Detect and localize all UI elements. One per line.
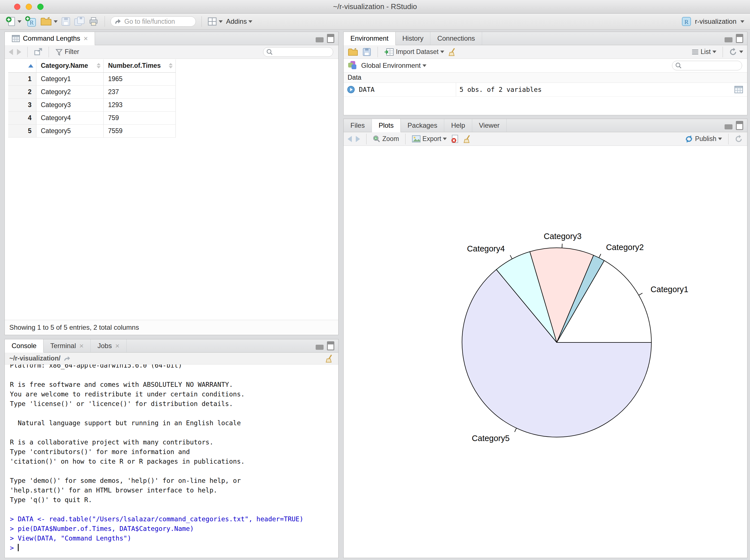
close-icon[interactable]: × <box>84 35 88 42</box>
minimize-pane-icon[interactable] <box>725 37 732 42</box>
minimize-pane-icon[interactable] <box>316 345 323 350</box>
tab-console[interactable]: Console <box>5 339 43 353</box>
console-output-line: 'help.start()' for an HTML browser inter… <box>10 485 333 495</box>
data-viewer-search-input[interactable] <box>275 48 330 56</box>
expand-object-play-icon[interactable] <box>347 86 355 94</box>
tab-viewer[interactable]: Viewer <box>472 119 507 132</box>
table-row[interactable]: 5Category57559 <box>8 124 176 137</box>
environment-object-row[interactable]: DATA 5 obs. of 2 variables <box>343 83 747 97</box>
tab-label: Plots <box>379 121 394 129</box>
console-output[interactable]: Platform: x86_64-apple-darwin15.6.0 (64-… <box>5 364 338 558</box>
tab-files[interactable]: Files <box>343 119 372 132</box>
chevron-down-icon <box>219 20 223 23</box>
global-environment-cubes-icon <box>348 60 358 71</box>
close-icon[interactable]: × <box>79 342 84 349</box>
window-title: ~/r-visualization - RStudio <box>333 2 417 11</box>
previous-plot-icon[interactable] <box>348 136 352 142</box>
toolbar-separator <box>48 47 49 57</box>
close-icon[interactable]: × <box>115 342 120 349</box>
tab-history[interactable]: History <box>396 32 431 45</box>
scope-label: Global Environment <box>361 62 421 69</box>
save-button[interactable] <box>61 17 71 26</box>
table-cell: 7559 <box>103 124 176 137</box>
row-number-cell: 2 <box>8 85 36 98</box>
new-file-button[interactable] <box>6 16 21 27</box>
console-path-bar: ~/r-visualization/ <box>5 353 338 364</box>
pane-window-buttons <box>316 339 338 352</box>
row-number-header[interactable] <box>8 59 36 72</box>
popout-arrow-icon[interactable] <box>63 356 71 362</box>
import-dataset-button[interactable]: Import Dataset <box>384 47 444 57</box>
pane-layout-button[interactable] <box>208 17 223 26</box>
column-header-category-name[interactable]: Category.Name <box>36 59 103 72</box>
environment-scope-selector[interactable]: Global Environment <box>361 62 427 69</box>
section-label: Data <box>348 74 361 81</box>
minimize-pane-icon[interactable] <box>725 124 732 129</box>
remove-plot-icon[interactable] <box>451 135 459 143</box>
close-window-button[interactable] <box>14 4 20 10</box>
maximize-pane-icon[interactable] <box>736 34 743 43</box>
new-project-button[interactable]: R <box>25 16 37 27</box>
refresh-plot-icon[interactable] <box>735 135 743 143</box>
rstudio-window: { "window": { "title": "~/r-visualizatio… <box>0 0 750 560</box>
table-cell: 237 <box>103 85 176 98</box>
tab-packages[interactable]: Packages <box>401 119 444 132</box>
column-header-number-of-times[interactable]: Number.of.Times <box>103 59 176 72</box>
tab-command-lengths[interactable]: Command Lengths × <box>5 32 95 45</box>
goto-file-box[interactable] <box>111 16 196 26</box>
clear-environment-broom-icon[interactable] <box>448 47 457 57</box>
table-row[interactable]: 4Category4759 <box>8 111 176 124</box>
forward-icon[interactable] <box>17 49 21 55</box>
publish-button[interactable]: Publish <box>685 135 722 143</box>
minimize-pane-icon[interactable] <box>316 37 323 42</box>
table-row[interactable]: 3Category31293 <box>8 98 176 111</box>
environment-search-box[interactable] <box>672 61 742 71</box>
search-icon <box>675 62 682 69</box>
minimize-window-button[interactable] <box>26 4 32 10</box>
addins-menu[interactable]: Addins <box>226 18 252 25</box>
export-plot-button[interactable]: Export <box>412 135 447 143</box>
list-view-button[interactable]: List <box>691 48 716 56</box>
zoom-plot-button[interactable]: Zoom <box>373 135 399 143</box>
table-row[interactable]: 2Category2237 <box>8 85 176 98</box>
maximize-pane-icon[interactable] <box>327 341 334 351</box>
back-icon[interactable] <box>9 49 13 55</box>
zoom-window-button[interactable] <box>37 4 43 10</box>
tab-connections[interactable]: Connections <box>430 32 482 45</box>
object-value-cell: 5 obs. of 2 variables <box>456 83 747 96</box>
table-cell: 759 <box>103 111 176 124</box>
load-workspace-folder-icon[interactable] <box>348 47 358 57</box>
save-workspace-icon[interactable] <box>362 47 371 57</box>
search-icon <box>266 48 273 55</box>
save-all-button[interactable] <box>74 16 85 26</box>
tab-jobs[interactable]: Jobs × <box>91 339 126 352</box>
table-row[interactable]: 1Category11965 <box>8 72 176 85</box>
refresh-icon <box>729 48 737 56</box>
popout-window-icon[interactable] <box>34 48 42 56</box>
tab-plots[interactable]: Plots <box>372 119 401 132</box>
tab-label: Viewer <box>479 121 500 129</box>
goto-file-input[interactable] <box>124 18 208 25</box>
toolbar-separator <box>405 134 406 144</box>
data-viewer-toolbar: Filter <box>5 45 338 59</box>
console-prompt-line[interactable]: > <box>10 543 333 553</box>
project-menu[interactable]: R r-visualization <box>681 16 744 26</box>
entries-summary: Showing 1 to 5 of 5 entries, 2 total col… <box>9 323 139 332</box>
tab-environment[interactable]: Environment <box>343 32 396 45</box>
view-data-grid-icon[interactable] <box>734 86 743 94</box>
print-button[interactable] <box>88 16 99 26</box>
new-project-icon: R <box>25 16 37 27</box>
clear-console-broom-icon[interactable] <box>325 354 334 363</box>
data-viewer-search-box[interactable] <box>263 47 333 57</box>
filter-button[interactable]: Filter <box>55 48 79 56</box>
open-file-button[interactable] <box>40 16 58 26</box>
clear-all-plots-broom-icon[interactable] <box>463 135 472 143</box>
maximize-pane-icon[interactable] <box>736 121 743 130</box>
next-plot-icon[interactable] <box>356 136 360 142</box>
tab-help[interactable]: Help <box>444 119 472 132</box>
maximize-pane-icon[interactable] <box>327 34 334 43</box>
tab-terminal[interactable]: Terminal × <box>43 339 91 352</box>
refresh-environment-button[interactable] <box>729 48 743 56</box>
console-output-line: Type 'contributors()' for more informati… <box>10 447 333 457</box>
environment-search-input[interactable] <box>684 62 739 69</box>
